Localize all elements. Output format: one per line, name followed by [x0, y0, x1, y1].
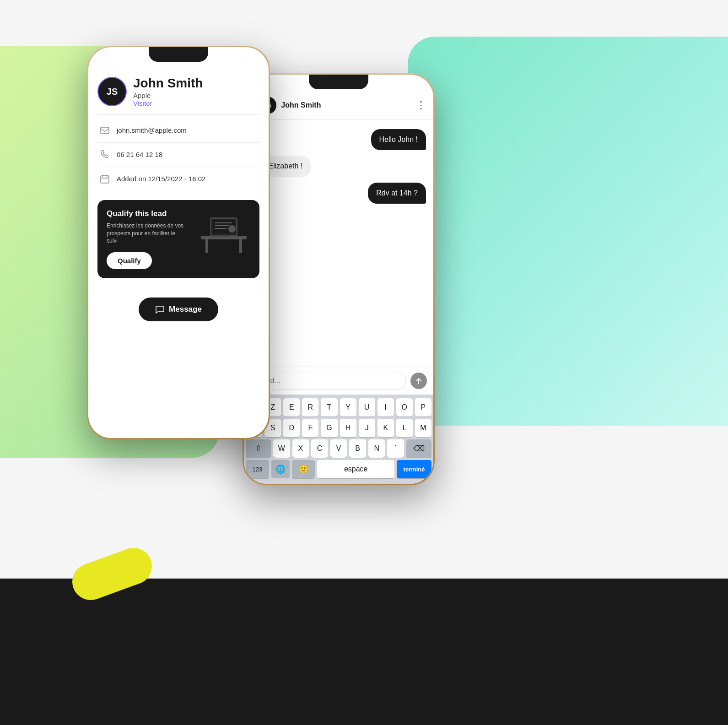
- key-c[interactable]: C: [311, 439, 328, 458]
- globe-key[interactable]: 🌐: [271, 460, 290, 478]
- contact-badge: Visitor: [133, 99, 203, 107]
- svg-rect-3: [205, 239, 208, 253]
- delete-key[interactable]: ⌫: [406, 439, 431, 458]
- svg-rect-4: [239, 239, 242, 253]
- svg-rect-1: [101, 176, 109, 183]
- key-u[interactable]: U: [359, 398, 375, 417]
- chat-input-area: [244, 367, 433, 395]
- done-key[interactable]: terminé: [397, 460, 431, 478]
- key-r[interactable]: R: [302, 398, 318, 417]
- chat-contact-name: John Smith: [281, 101, 411, 109]
- space-key[interactable]: espace: [317, 460, 394, 478]
- keyboard-row-3: ⇧ W X C V B N ´ ⌫: [246, 439, 431, 458]
- key-o[interactable]: O: [396, 398, 413, 417]
- qualify-description: Enrichissez les données de vos prospects…: [107, 222, 186, 245]
- key-i[interactable]: I: [377, 398, 394, 417]
- chat-messages: Hello John ! Hi Elizabeth ! Rdv at 14h ?: [244, 120, 433, 367]
- key-h[interactable]: H: [340, 419, 356, 437]
- key-w[interactable]: W: [273, 439, 290, 458]
- desk-illustration: [192, 204, 256, 259]
- phone-icon: [99, 149, 110, 160]
- message-3: Rdv at 14h ?: [368, 183, 426, 204]
- key-p[interactable]: P: [415, 398, 431, 417]
- keyboard-row-1: A Z E R T Y U I O P: [246, 398, 431, 417]
- key-j[interactable]: J: [359, 419, 375, 437]
- message-1: Hello John !: [371, 129, 426, 150]
- key-v[interactable]: V: [330, 439, 347, 458]
- phone-inner-1: JS John Smith Apple Visitor: [88, 47, 269, 438]
- key-n[interactable]: N: [368, 439, 385, 458]
- key-g[interactable]: G: [321, 419, 337, 437]
- svg-point-11: [228, 225, 236, 233]
- contact-info: John Smith Apple Visitor: [133, 76, 203, 107]
- date-row: Added on 12/15/2022 - 16:02: [88, 167, 269, 191]
- avatar: JS: [97, 77, 127, 106]
- phone-contact-card: JS John Smith Apple Visitor: [87, 46, 270, 439]
- numbers-key[interactable]: 123: [246, 460, 269, 478]
- key-y[interactable]: Y: [340, 398, 356, 417]
- key-x[interactable]: X: [292, 439, 309, 458]
- emoji-key[interactable]: 🙂: [292, 460, 315, 478]
- key-k[interactable]: K: [377, 419, 394, 437]
- key-b[interactable]: B: [349, 439, 366, 458]
- email-row: john.smith@apple.com: [88, 119, 269, 142]
- contact-details: john.smith@apple.com 06 21 64 12 18: [88, 115, 269, 195]
- key-m[interactable]: M: [415, 419, 431, 437]
- phones-container: JS John Smith Apple Visitor: [46, 27, 686, 705]
- contact-company: Apple: [133, 92, 203, 99]
- phone-chat: ‹ JS John Smith ⋮ Hello John ! Hi E: [243, 73, 435, 485]
- qualify-button[interactable]: Qualify: [107, 252, 152, 269]
- message-icon: [155, 305, 164, 314]
- phone-notch-1: [149, 47, 208, 62]
- key-t[interactable]: T: [321, 398, 337, 417]
- phone-screen-2: ‹ JS John Smith ⋮ Hello John ! Hi E: [244, 75, 433, 484]
- key-l[interactable]: L: [396, 419, 413, 437]
- phone-frame-1: JS John Smith Apple Visitor: [87, 46, 270, 439]
- key-f[interactable]: F: [302, 419, 318, 437]
- keyboard-row-2: Q S D F G H J K L M: [246, 419, 431, 437]
- keyboard-bottom-row: 123 🌐 🙂 espace terminé: [246, 460, 431, 482]
- send-button[interactable]: [410, 373, 427, 389]
- shift-key[interactable]: ⇧: [246, 439, 271, 458]
- key-e[interactable]: E: [283, 398, 300, 417]
- contact-header: JS John Smith Apple Visitor: [88, 65, 269, 114]
- phone-screen-1: JS John Smith Apple Visitor: [88, 47, 269, 438]
- date-value: Added on 12/15/2022 - 16:02: [117, 175, 205, 183]
- phone-row: 06 21 64 12 18: [88, 143, 269, 167]
- calendar-icon: [99, 173, 110, 184]
- phone-frame-2: ‹ JS John Smith ⋮ Hello John ! Hi E: [243, 73, 435, 485]
- key-apostrophe[interactable]: ´: [387, 439, 404, 458]
- more-options-button[interactable]: ⋮: [416, 99, 426, 111]
- qualify-card: Qualify this lead Enrichissez les donnée…: [97, 200, 259, 278]
- email-icon: [99, 125, 110, 136]
- chat-input[interactable]: [250, 372, 406, 390]
- message-button[interactable]: Message: [139, 298, 218, 321]
- message-btn-container: Message: [88, 298, 269, 321]
- contact-name: John Smith: [133, 76, 203, 91]
- email-value: john.smith@apple.com: [117, 126, 187, 134]
- phone-notch-2: [309, 75, 368, 89]
- phone-inner-2: ‹ JS John Smith ⋮ Hello John ! Hi E: [244, 75, 433, 484]
- key-d[interactable]: D: [283, 419, 300, 437]
- svg-rect-0: [101, 127, 109, 134]
- keyboard: A Z E R T Y U I O P Q: [244, 395, 433, 484]
- phone-value: 06 21 64 12 18: [117, 151, 162, 158]
